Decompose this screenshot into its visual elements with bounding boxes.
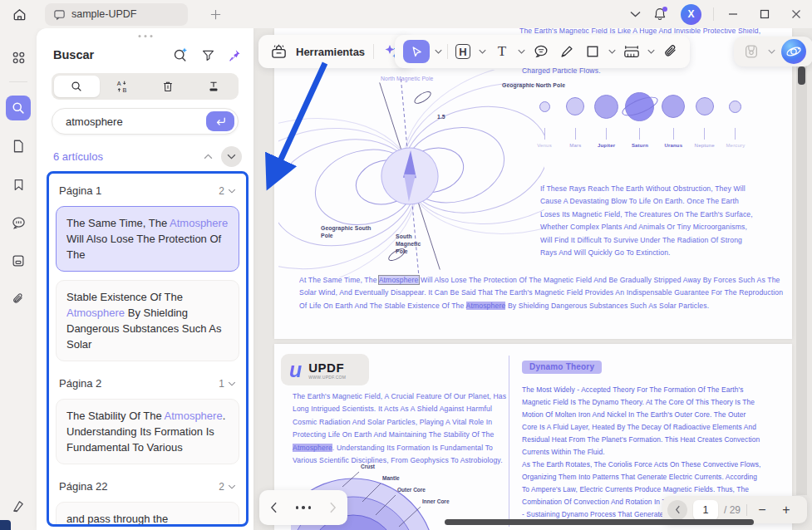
- document-tab[interactable]: sample-UPDF: [45, 3, 188, 26]
- ai-assistant-button[interactable]: [781, 39, 806, 64]
- pdf-paragraph: At The Same Time, The Atmosphere Will Al…: [299, 274, 790, 312]
- tab-search[interactable]: [54, 76, 100, 97]
- search-panel-title: Buscar: [53, 48, 94, 61]
- measure-tool-button[interactable]: [621, 40, 642, 63]
- search-mode-tabs: AB: [52, 73, 239, 100]
- search-result-item[interactable]: The Stability Of The Atmosphere. Underst…: [56, 399, 239, 464]
- frame-tool-button[interactable]: H: [452, 40, 474, 63]
- ai-search-button[interactable]: [172, 47, 189, 63]
- search-result-item[interactable]: Stable Existence Of The Atmosphere By Sh…: [56, 280, 239, 361]
- minimize-icon: [728, 9, 738, 19]
- organize-pages-icon: [11, 253, 26, 268]
- stamp-tool-button[interactable]: [741, 40, 762, 63]
- planet-name: Jupiter: [598, 143, 615, 148]
- vertical-scrollbar-thumb[interactable]: [798, 66, 805, 85]
- ruler-icon: [623, 43, 641, 60]
- annotation-toolbar: H T: [395, 35, 690, 68]
- enter-arrow-icon: [214, 117, 226, 126]
- next-result-button[interactable]: [221, 146, 242, 167]
- sidebar-item-comments[interactable]: [6, 210, 31, 235]
- chevron-left-icon: [675, 505, 681, 514]
- stamp-tool-dropdown[interactable]: [768, 49, 775, 54]
- page-number-input[interactable]: [693, 500, 718, 520]
- select-tool-dropdown[interactable]: [435, 49, 442, 54]
- tools-menu-card: Herramientas: [258, 35, 412, 68]
- text-tool-dropdown[interactable]: [518, 49, 525, 54]
- pdf-paragraph: The Earth's Magnetic Field, A Crucial Fe…: [293, 390, 507, 468]
- filter-icon: [201, 48, 215, 62]
- search-input[interactable]: [66, 109, 199, 134]
- search-result-item[interactable]: and pass through the atmosphere, foliage…: [56, 502, 239, 527]
- tab-replace[interactable]: AB: [100, 76, 145, 97]
- result-group-header[interactable]: Página 22 2: [54, 473, 241, 498]
- tab-delete[interactable]: [145, 76, 191, 97]
- highlighter-tool-button[interactable]: [556, 40, 578, 63]
- new-tab-button[interactable]: [203, 3, 228, 25]
- square-shape-icon: [586, 45, 599, 58]
- chevron-down-icon: [228, 381, 236, 386]
- diagram-label-south-magnetic-pole: South Magnetic Pole: [396, 233, 432, 256]
- sidebar-item-bookmarks[interactable]: [6, 172, 31, 197]
- sidebar-item-attachments[interactable]: [6, 287, 31, 312]
- sidebar-item-signature[interactable]: [6, 493, 31, 518]
- tab-redact[interactable]: [190, 76, 236, 97]
- frame-tool-dropdown[interactable]: [479, 49, 486, 54]
- planet-name: Saturn: [632, 143, 648, 148]
- tools-menu-label[interactable]: Herramientas: [296, 46, 365, 58]
- previous-page-button[interactable]: [270, 502, 278, 513]
- group-page-label: Página 1: [59, 184, 101, 197]
- attach-tool-button[interactable]: [660, 40, 682, 63]
- search-result-item[interactable]: The Same Time, The Atmosphere Will Also …: [56, 206, 239, 272]
- result-group-header[interactable]: Página 1 2: [54, 177, 241, 203]
- pin-button[interactable]: [228, 48, 242, 62]
- previous-result-button[interactable]: [204, 154, 213, 159]
- sidebar-item-apps[interactable]: [6, 45, 31, 70]
- earth-label-mantle: Mantle: [382, 475, 400, 481]
- text-tool-button[interactable]: T: [491, 40, 513, 63]
- notifications-button[interactable]: [647, 3, 672, 25]
- svg-text:A: A: [117, 80, 121, 87]
- shape-tool-button[interactable]: [582, 40, 603, 63]
- close-button[interactable]: [780, 2, 812, 27]
- panel-drag-handle[interactable]: [138, 35, 152, 37]
- planet-item: Mercury: [721, 88, 750, 148]
- planet-name: Neptune: [695, 143, 715, 148]
- earth-label-outer-core: Outer Core: [397, 487, 426, 493]
- home-icon: [12, 7, 27, 22]
- updf-logo-url: WWW.UPDF.COM: [308, 375, 346, 380]
- document-canvas[interactable]: The Earth's Magnetic Field Is Like A Hug…: [253, 28, 812, 530]
- measure-tool-dropdown[interactable]: [647, 49, 655, 54]
- updf-logo-card: u UPDF WWW.UPDF.COM: [281, 354, 369, 385]
- page-back-button[interactable]: [667, 500, 687, 520]
- titlebar-dropdown-button[interactable]: [623, 3, 647, 25]
- page-nav-float: [259, 490, 347, 525]
- sidebar-item-pages[interactable]: [6, 134, 31, 159]
- next-page-button[interactable]: [329, 502, 337, 513]
- section-title-highlighted: Dynamo Theory: [522, 361, 602, 374]
- user-avatar[interactable]: X: [681, 4, 701, 25]
- more-options-button[interactable]: [296, 506, 312, 509]
- horizontal-scrollbar-thumb[interactable]: [445, 519, 754, 525]
- svg-text:B: B: [123, 86, 127, 94]
- home-button[interactable]: [7, 3, 32, 25]
- sidebar-item-organize[interactable]: [6, 248, 31, 273]
- zoom-in-button[interactable]: +: [777, 503, 795, 518]
- pdf-page-1: The Earth's Magnetic Field Is Like A Hug…: [274, 28, 792, 339]
- maximize-button[interactable]: [749, 2, 780, 27]
- chevron-right-icon: [329, 502, 337, 513]
- vertical-scrollbar-track[interactable]: [796, 61, 807, 495]
- sidebar-item-search[interactable]: [6, 96, 31, 120]
- cursor-icon: [410, 45, 424, 59]
- diagram-label-north-magnetic-pole: North Magnetic Pole: [381, 75, 440, 82]
- group-count: 2: [219, 185, 224, 197]
- zoom-out-button[interactable]: −: [753, 503, 771, 518]
- minimize-button[interactable]: [717, 2, 749, 27]
- select-tool-button[interactable]: [403, 40, 430, 63]
- filter-button[interactable]: [201, 48, 215, 62]
- search-submit-button[interactable]: [206, 111, 234, 131]
- result-group-header[interactable]: Página 2 1: [54, 370, 241, 395]
- planet-item: Jupiter: [593, 88, 621, 148]
- close-icon: [791, 9, 801, 19]
- comment-tool-button[interactable]: [530, 40, 552, 63]
- shape-tool-dropdown[interactable]: [608, 49, 616, 54]
